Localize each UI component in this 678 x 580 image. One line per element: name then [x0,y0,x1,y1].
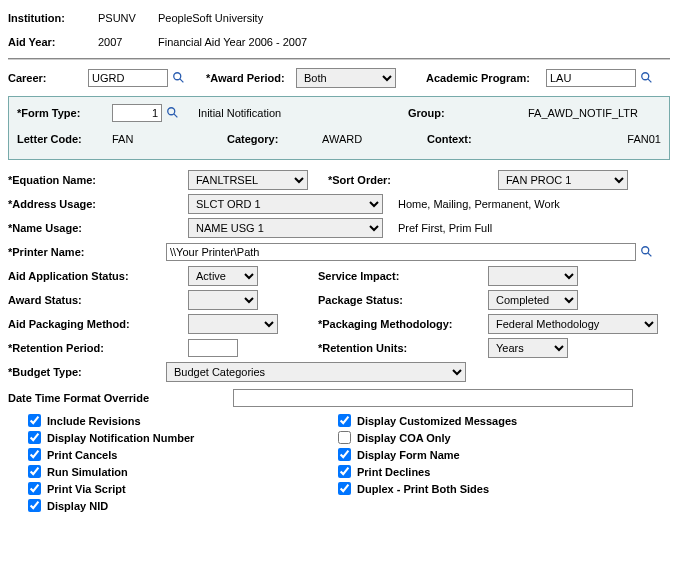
retention-units-label: *Retention Units: [318,342,488,354]
search-icon[interactable] [166,106,180,120]
form-type-label: *Form Type: [17,107,112,119]
group-label: Group: [408,107,528,119]
award-period-select[interactable]: Both [296,68,396,88]
aid-app-status-select[interactable]: Active [188,266,258,286]
aid-year-name: Financial Aid Year 2006 - 2007 [158,36,307,48]
display-notif-number-checkbox[interactable] [28,431,41,444]
pkg-methodology-label: *Packaging Methodology: [318,318,488,330]
divider [8,58,670,60]
letter-code-label: Letter Code: [17,133,112,145]
budget-type-select[interactable]: Budget Categories [166,362,466,382]
career-input[interactable] [88,69,168,87]
package-status-select[interactable]: Completed [488,290,578,310]
budget-type-label: *Budget Type: [8,366,166,378]
svg-line-1 [180,79,184,83]
aid-year-label: Aid Year: [8,36,98,48]
award-period-label: *Award Period: [206,72,296,84]
retention-units-select[interactable]: Years [488,338,568,358]
aid-pkg-method-select[interactable] [188,314,278,334]
pkg-methodology-select[interactable]: Federal Methodology [488,314,658,334]
academic-program-label: Academic Program: [426,72,546,84]
display-nid-label: Display NID [47,500,108,512]
print-cancels-checkbox[interactable] [28,448,41,461]
display-form-name-checkbox[interactable] [338,448,351,461]
aid-app-status-label: Aid Application Status: [8,270,188,282]
printer-label: *Printer Name: [8,246,166,258]
form-type-box: *Form Type: Initial Notification Group: … [8,96,670,160]
service-impact-select[interactable] [488,266,578,286]
sort-order-label: *Sort Order: [328,174,498,186]
display-coa-only-checkbox[interactable] [338,431,351,444]
group-value: FA_AWD_NOTIF_LTR [528,107,638,119]
print-via-script-label: Print Via Script [47,483,126,495]
search-icon[interactable] [172,71,186,85]
display-custom-msgs-label: Display Customized Messages [357,415,517,427]
include-revisions-checkbox[interactable] [28,414,41,427]
context-label: Context: [427,133,547,145]
name-usage-desc: Pref First, Prim Full [398,222,492,234]
address-usage-select[interactable]: SLCT ORD 1 [188,194,383,214]
duplex-checkbox[interactable] [338,482,351,495]
retention-period-label: *Retention Period: [8,342,188,354]
display-coa-only-label: Display COA Only [357,432,451,444]
print-via-script-checkbox[interactable] [28,482,41,495]
svg-point-0 [174,73,181,80]
career-label: Career: [8,72,88,84]
academic-program-input[interactable] [546,69,636,87]
institution-name: PeopleSoft University [158,12,263,24]
print-declines-checkbox[interactable] [338,465,351,478]
equation-select[interactable]: FANLTRSEL [188,170,308,190]
run-simulation-checkbox[interactable] [28,465,41,478]
aid-pkg-method-label: Aid Packaging Method: [8,318,188,330]
search-icon[interactable] [640,71,654,85]
category-label: Category: [227,133,322,145]
category-value: AWARD [322,133,427,145]
address-usage-desc: Home, Mailing, Permanent, Work [398,198,560,210]
award-status-label: Award Status: [8,294,188,306]
aid-year-code: 2007 [98,36,158,48]
retention-period-input[interactable] [188,339,238,357]
address-usage-label: *Address Usage: [8,198,188,210]
print-declines-label: Print Declines [357,466,430,478]
letter-code-value: FAN [112,133,227,145]
svg-line-7 [648,253,652,257]
svg-line-5 [174,114,178,118]
award-status-select[interactable] [188,290,258,310]
service-impact-label: Service Impact: [318,270,488,282]
name-usage-select[interactable]: NAME USG 1 [188,218,383,238]
search-icon[interactable] [640,245,654,259]
form-type-input[interactable] [112,104,162,122]
svg-point-6 [642,247,649,254]
institution-code: PSUNV [98,12,158,24]
equation-label: *Equation Name: [8,174,188,186]
run-simulation-label: Run Simulation [47,466,128,478]
printer-input[interactable] [166,243,636,261]
display-custom-msgs-checkbox[interactable] [338,414,351,427]
print-cancels-label: Print Cancels [47,449,117,461]
dt-override-label: Date Time Format Override [8,392,233,404]
include-revisions-label: Include Revisions [47,415,141,427]
form-type-desc: Initial Notification [198,107,408,119]
duplex-label: Duplex - Print Both Sides [357,483,489,495]
name-usage-label: *Name Usage: [8,222,188,234]
dt-override-input[interactable] [233,389,633,407]
context-value: FAN01 [547,133,661,145]
svg-point-2 [642,73,649,80]
sort-order-select[interactable]: FAN PROC 1 [498,170,628,190]
package-status-label: Package Status: [318,294,488,306]
display-notif-number-label: Display Notification Number [47,432,194,444]
svg-point-4 [168,108,175,115]
display-nid-checkbox[interactable] [28,499,41,512]
institution-label: Institution: [8,12,98,24]
display-form-name-label: Display Form Name [357,449,460,461]
svg-line-3 [648,79,652,83]
